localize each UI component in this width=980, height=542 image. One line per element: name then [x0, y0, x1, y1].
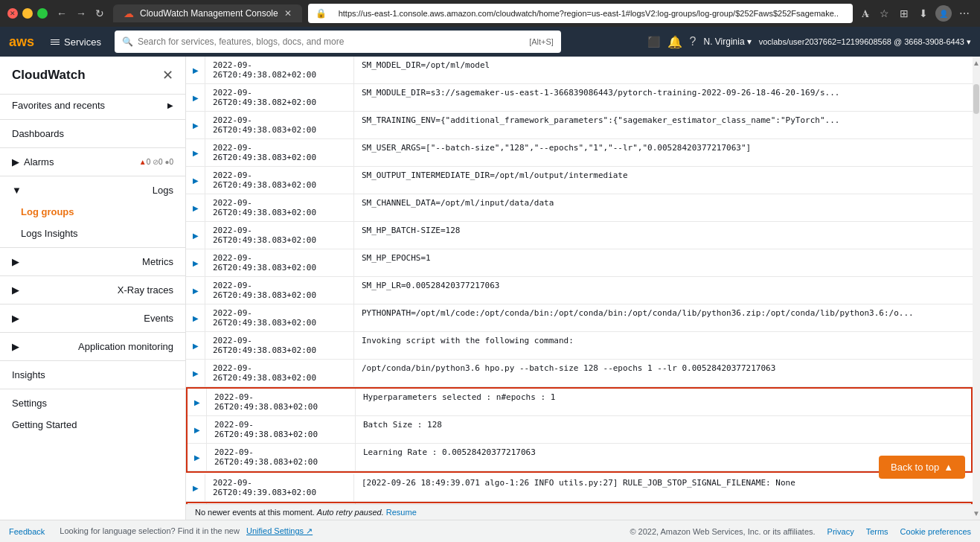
table-row[interactable]: ▶2022-09-26T20:49:38.082+02:00SM_MODULE_… [186, 84, 973, 112]
log-expand-cell[interactable]: ▶ [186, 194, 205, 221]
log-expand-btn[interactable]: ▶ [194, 453, 200, 462]
window-maximize-btn[interactable] [37, 8, 48, 19]
sidebar-close-btn[interactable]: ✕ [162, 67, 173, 83]
notifications-btn[interactable]: 🔔 [667, 35, 682, 49]
sidebar-item-favorites[interactable]: Favorites and recents ▶ [0, 95, 185, 116]
scroll-down-arrow-icon[interactable]: ▼ [970, 507, 980, 520]
account-menu-btn[interactable]: voclabs/user2037662=12199608568 @ 3668-3… [759, 37, 971, 47]
sidebar-item-xray[interactable]: ▶ X-Ray traces [0, 279, 185, 301]
unified-settings-link[interactable]: Unified Settings ↗ [246, 526, 313, 535]
log-expand-cell[interactable]: ▶ [186, 474, 205, 501]
browser-forward-btn[interactable]: → [73, 6, 89, 21]
more-options-btn[interactable]: ⋯ [956, 6, 973, 21]
sidebar-item-settings[interactable]: Settings [0, 392, 185, 414]
table-row[interactable]: ▶2022-09-26T20:49:38.083+02:00PYTHONPATH… [186, 305, 973, 332]
aws-topbar: aws Services 🔍 [Alt+S] ⬛ 🔔 ? N. Virginia… [0, 27, 980, 57]
sidebar-item-getting-started[interactable]: Getting Started [0, 414, 185, 436]
log-expand-cell[interactable]: ▶ [186, 305, 205, 331]
tab-close-btn[interactable]: ✕ [284, 8, 292, 19]
log-expand-cell[interactable]: ▶ [188, 416, 207, 443]
favorites-btn[interactable]: ☆ [877, 6, 892, 21]
log-expand-btn[interactable]: ▶ [193, 176, 199, 185]
window-minimize-btn[interactable] [22, 8, 33, 19]
scrollbar-thumb[interactable] [973, 84, 979, 114]
log-expand-cell[interactable]: ▶ [186, 249, 205, 276]
support-btn[interactable]: ? [690, 35, 696, 48]
log-expand-cell[interactable]: ▶ [186, 277, 205, 304]
sidebar-item-events[interactable]: ▶ Events [0, 307, 185, 329]
feedback-button[interactable]: Feedback [9, 527, 45, 536]
table-row[interactable]: ▶2022-09-26T20:49:38.083+02:00SM_CHANNEL… [186, 194, 973, 222]
search-bar[interactable]: 🔍 [Alt+S] [115, 31, 561, 53]
table-row[interactable]: ▶2022-09-26T20:49:38.083+02:00Invoking s… [186, 332, 973, 360]
sidebar-item-logs[interactable]: ▼ Logs [0, 179, 185, 201]
table-row[interactable]: ▶2022-09-26T20:49:38.083+02:00SM_HP_EPOC… [186, 249, 973, 277]
log-expand-cell[interactable]: ▶ [186, 222, 205, 249]
log-expand-cell[interactable]: ▶ [186, 84, 205, 111]
browser-refresh-btn[interactable]: ↻ [92, 6, 107, 21]
log-expand-btn[interactable]: ▶ [193, 204, 199, 212]
log-expand-btn[interactable]: ▶ [194, 426, 200, 434]
log-table[interactable]: ▶2022-09-26T20:49:38.082+02:00SM_MODEL_D… [186, 57, 973, 504]
log-expand-btn[interactable]: ▶ [193, 369, 199, 377]
log-message: Invoking script with the following comma… [354, 332, 973, 359]
services-label: Services [64, 36, 101, 48]
sidebar-item-app-monitoring[interactable]: ▶ Application monitoring [0, 336, 185, 357]
log-expand-cell[interactable]: ▶ [186, 360, 205, 386]
terms-link[interactable]: Terms [866, 527, 888, 536]
table-row[interactable]: ▶2022-09-26T20:49:38.083+02:00SM_HP_LR=0… [186, 277, 973, 305]
log-expand-cell[interactable]: ▶ [186, 139, 205, 166]
scroll-up-arrow-icon[interactable]: ▲ [970, 57, 980, 69]
profile-avatar[interactable]: 👤 [935, 5, 952, 22]
sidebar-item-logs-insights[interactable]: Logs Insights [0, 223, 185, 244]
log-expand-btn[interactable]: ▶ [193, 342, 199, 350]
table-row[interactable]: ▶2022-09-26T20:49:38.083+02:00Batch Size… [188, 416, 971, 444]
search-input[interactable] [138, 36, 523, 47]
resume-link[interactable]: Resume [386, 508, 417, 517]
log-expand-cell[interactable]: ▶ [186, 332, 205, 359]
back-to-top-button[interactable]: Back to top ▲ [879, 456, 965, 479]
log-expand-cell[interactable]: ▶ [186, 57, 205, 83]
log-expand-btn[interactable]: ▶ [194, 398, 200, 406]
window-close-btn[interactable]: ✕ [7, 8, 18, 19]
log-timestamp: 2022-09-26T20:49:38.083+02:00 [205, 332, 354, 359]
read-aloud-btn[interactable]: 𝐀̶ [859, 6, 872, 22]
log-expand-btn[interactable]: ▶ [193, 314, 199, 322]
browser-back-btn[interactable]: ← [54, 6, 70, 21]
table-row[interactable]: ▶2022-09-26T20:49:38.083+02:00Learning R… [188, 444, 971, 471]
downloads-btn[interactable]: ⬇ [916, 6, 931, 21]
table-row[interactable]: ▶2022-09-26T20:49:38.083+02:00SM_TRAININ… [186, 112, 973, 139]
sidebar-item-metrics[interactable]: ▶ Metrics [0, 251, 185, 272]
table-row[interactable]: ▶2022-09-26T20:49:38.083+02:00SM_OUTPUT_… [186, 167, 973, 194]
sidebar-item-dashboards[interactable]: Dashboards [0, 123, 185, 144]
cookie-preferences-link[interactable]: Cookie preferences [900, 527, 971, 536]
region-selector[interactable]: N. Virginia ▾ [703, 36, 751, 47]
log-expand-btn[interactable]: ▶ [193, 287, 199, 295]
log-expand-btn[interactable]: ▶ [193, 66, 199, 74]
log-expand-btn[interactable]: ▶ [193, 94, 199, 102]
sidebar-item-alarms[interactable]: ▶ Alarms ▲0 ⊘0 ●0 [0, 151, 185, 173]
cloudshell-btn[interactable]: ⬛ [647, 36, 660, 48]
table-row[interactable]: ▶2022-09-26T20:49:38.083+02:00SM_HP_BATC… [186, 222, 973, 249]
region-chevron-icon: ▾ [747, 36, 752, 47]
address-bar-input[interactable] [331, 4, 845, 23]
log-expand-btn[interactable]: ▶ [193, 232, 199, 240]
table-row[interactable]: ▶2022-09-26T20:49:38.082+02:00SM_MODEL_D… [186, 57, 973, 84]
log-expand-btn[interactable]: ▶ [193, 259, 199, 267]
log-expand-cell[interactable]: ▶ [186, 167, 205, 194]
services-button[interactable]: Services [45, 34, 107, 51]
log-expand-cell[interactable]: ▶ [188, 444, 207, 471]
privacy-link[interactable]: Privacy [827, 527, 854, 536]
log-expand-btn[interactable]: ▶ [193, 149, 199, 157]
log-expand-cell[interactable]: ▶ [188, 389, 207, 415]
table-row[interactable]: ▶2022-09-26T20:49:38.083+02:00/opt/conda… [186, 360, 973, 387]
table-row[interactable]: ▶2022-09-26T20:49:39.083+02:00[2022-09-2… [186, 474, 973, 502]
log-expand-cell[interactable]: ▶ [186, 112, 205, 138]
sidebar-item-insights[interactable]: Insights [0, 364, 185, 386]
collections-btn[interactable]: ⊞ [897, 6, 912, 21]
table-row[interactable]: ▶2022-09-26T20:49:38.083+02:00Hyperparam… [188, 389, 971, 416]
sidebar-item-log-groups[interactable]: Log groups [0, 201, 185, 223]
log-expand-btn[interactable]: ▶ [193, 121, 199, 130]
log-expand-btn[interactable]: ▶ [193, 484, 199, 492]
table-row[interactable]: ▶2022-09-26T20:49:38.083+02:00SM_USER_AR… [186, 139, 973, 167]
